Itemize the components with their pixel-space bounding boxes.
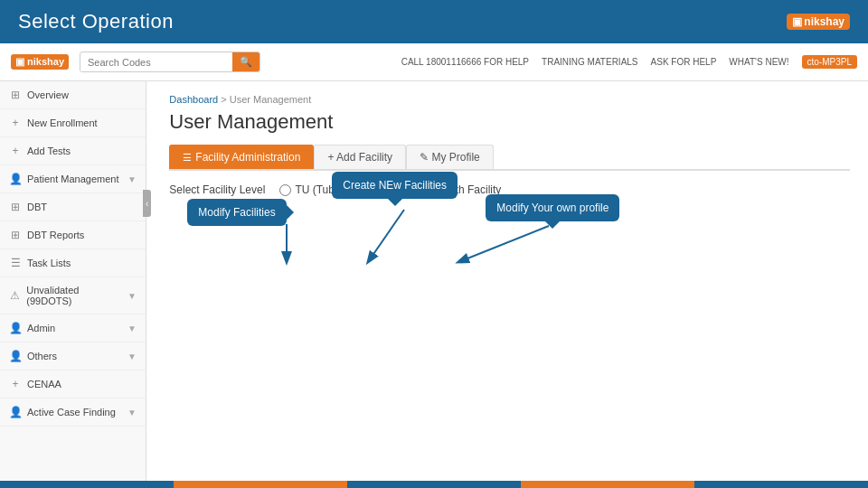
- breadcrumb-separator: >: [221, 94, 229, 105]
- chevron-down-icon-3: ▼: [127, 324, 137, 333]
- radio-hf-label: Health Facility: [433, 183, 501, 196]
- patient-icon: 👤: [9, 173, 22, 185]
- chevron-down-icon: ▼: [127, 174, 137, 184]
- sidebar-item-label: Add Tests: [27, 145, 71, 156]
- sidebar-item-dbt[interactable]: ⊞ DBT: [0, 193, 146, 221]
- chevron-down-icon-2: ▼: [127, 291, 137, 301]
- sidebar-item-label: DBT: [27, 202, 47, 212]
- bubble-modify-text: Modify Facilities: [198, 206, 275, 219]
- arrows-svg: [187, 145, 693, 325]
- sidebar-item-label: CENAA: [27, 379, 61, 389]
- nav-link-help[interactable]: ASK FOR HELP: [651, 57, 717, 67]
- sidebar-item-label: Admin: [27, 323, 55, 333]
- nav-logo-bracket: ▣: [15, 56, 24, 67]
- content-area: Dashboard > User Management User Managem…: [151, 81, 868, 488]
- bubble-modify-facilities: Modify Facilities: [187, 199, 286, 226]
- overview-icon: ⊞: [9, 89, 22, 101]
- cenaa-icon: +: [9, 378, 22, 390]
- radio-hf-input[interactable]: [418, 184, 429, 196]
- header-nikshay-logo: ▣ nikshay: [787, 14, 850, 30]
- sidebar-item-admin[interactable]: 👤 Admin ▼: [0, 314, 146, 343]
- sidebar-item-label: Others: [27, 351, 57, 361]
- others-icon: 👤: [9, 350, 22, 362]
- dbt-reports-icon: ⊞: [9, 229, 22, 241]
- header-title: Select Operation: [18, 10, 174, 33]
- sidebar-item-label: New Enrollment: [27, 117, 98, 128]
- tab-add-facility[interactable]: + Add Facility: [314, 145, 406, 169]
- search-input[interactable]: [80, 53, 232, 71]
- logo-bracket: ▣: [792, 15, 802, 28]
- tabs-row: ☰ Facility Administration + Add Facility…: [169, 145, 850, 171]
- list-icon: ☰: [183, 152, 192, 164]
- tab-label-add: + Add Facility: [327, 151, 392, 164]
- svg-line-2: [458, 226, 549, 262]
- top-header: Select Operation ▣ nikshay: [0, 0, 868, 43]
- sidebar-item-overview[interactable]: ⊞ Overview: [0, 81, 146, 109]
- breadcrumb-current: User Management: [230, 94, 312, 105]
- plus-icon-enrollment: +: [9, 117, 22, 129]
- sidebar-item-dbt-reports[interactable]: ⊞ DBT Reports: [0, 221, 146, 249]
- facility-level-label: Select Facility Level: [169, 183, 265, 196]
- radio-hf[interactable]: Health Facility: [418, 183, 501, 196]
- sidebar: ⊞ Overview + New Enrollment + Add Tests …: [0, 81, 146, 488]
- sidebar-item-label: Unvalidated (99DOTS): [26, 285, 122, 306]
- sidebar-item-active-case[interactable]: 👤 Active Case Finding ▼: [0, 399, 146, 427]
- nav-link-training[interactable]: TRAINING MATERIALS: [542, 57, 638, 67]
- tab-facility-administration[interactable]: ☰ Facility Administration: [169, 145, 314, 169]
- sidebar-item-patient-management[interactable]: 👤 Patient Management ▼: [0, 165, 146, 193]
- sidebar-item-task-lists[interactable]: ☰ Task Lists: [0, 249, 146, 277]
- bubble-modify-profile: Modify Your own profile: [486, 194, 619, 221]
- nav-logo-text: nikshay: [27, 56, 64, 67]
- dbt-icon: ⊞: [9, 201, 22, 213]
- page-title: User Management: [169, 110, 850, 134]
- nav-user[interactable]: cto-MP3PL: [802, 55, 857, 69]
- annotation-area: Modify Facilities Create NEw Facilities …: [187, 145, 693, 325]
- sidebar-item-label: DBT Reports: [27, 230, 84, 240]
- sidebar-item-cenaa[interactable]: + CENAA: [0, 371, 146, 399]
- breadcrumb-dashboard[interactable]: Dashboard: [169, 94, 218, 105]
- sidebar-toggle-button[interactable]: ‹: [143, 190, 151, 217]
- nav-bar: ▣ nikshay 🔍 CALL 18001116666 FOR HELP TR…: [0, 43, 868, 81]
- task-icon: ☰: [9, 257, 22, 269]
- sidebar-item-unvalidated[interactable]: ⚠ Unvalidated (99DOTS) ▼: [0, 277, 146, 314]
- sidebar-item-new-enrollment[interactable]: + New Enrollment: [0, 109, 146, 137]
- active-icon: 👤: [9, 406, 22, 418]
- chevron-down-icon-5: ▼: [127, 408, 137, 418]
- radio-tu-label: TU (Tuberculosis Unit): [295, 183, 403, 196]
- svg-line-1: [368, 210, 404, 262]
- bottom-seg-2: [174, 481, 347, 488]
- warn-icon: ⚠: [9, 289, 21, 302]
- plus-icon-tests: +: [9, 145, 22, 157]
- sidebar-item-add-tests[interactable]: + Add Tests: [0, 137, 146, 165]
- bottom-bar: [0, 481, 868, 488]
- tab-my-profile[interactable]: ✎ My Profile: [406, 145, 494, 169]
- search-bar[interactable]: 🔍: [80, 52, 260, 72]
- radio-tu[interactable]: TU (Tuberculosis Unit): [279, 183, 403, 196]
- nav-link-call[interactable]: CALL 18001116666 FOR HELP: [401, 57, 529, 67]
- search-button[interactable]: 🔍: [232, 52, 259, 71]
- bottom-seg-4: [521, 481, 694, 488]
- sidebar-item-label: Task Lists: [27, 258, 71, 268]
- bubble-profile-text: Modify Your own profile: [496, 202, 609, 214]
- header-logo-area: ▣ nikshay: [787, 14, 850, 30]
- main-layout: ⊞ Overview + New Enrollment + Add Tests …: [0, 81, 868, 488]
- breadcrumb: Dashboard > User Management: [169, 94, 850, 105]
- tab-label-facility: Facility Administration: [195, 151, 300, 164]
- nav-link-new[interactable]: WHAT'S NEW!: [729, 57, 788, 67]
- bottom-seg-5: [694, 481, 868, 488]
- bottom-seg-3: [347, 481, 521, 488]
- nav-logo: ▣ nikshay: [11, 54, 69, 70]
- admin-icon: 👤: [9, 322, 22, 334]
- logo-text: nikshay: [804, 15, 844, 28]
- sidebar-item-label: Active Case Finding: [27, 407, 116, 418]
- bottom-seg-1: [0, 481, 174, 488]
- chevron-down-icon-4: ▼: [127, 352, 137, 361]
- facility-level-row: Select Facility Level TU (Tuberculosis U…: [169, 183, 850, 196]
- sidebar-item-others[interactable]: 👤 Others ▼: [0, 343, 146, 371]
- radio-tu-input[interactable]: [279, 184, 291, 196]
- sidebar-item-label: Overview: [27, 89, 69, 100]
- tab-label-profile: ✎ My Profile: [420, 151, 480, 164]
- nav-links: CALL 18001116666 FOR HELP TRAINING MATER…: [401, 55, 857, 69]
- sidebar-item-label: Patient Management: [27, 174, 119, 184]
